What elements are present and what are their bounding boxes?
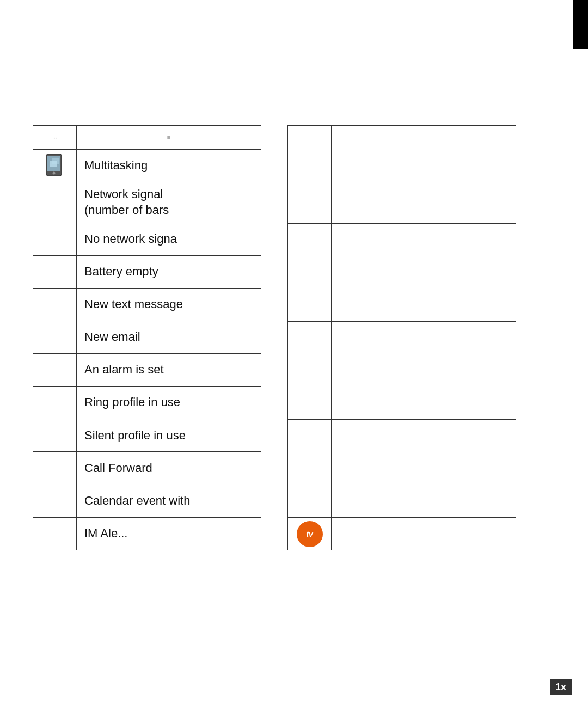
r3-label-cell xyxy=(332,191,516,224)
table-row: Ring profile in use xyxy=(33,387,261,419)
r4-label-cell xyxy=(332,224,516,256)
ring-profile-icon-cell xyxy=(33,387,77,419)
left-icon-table: ··· ≡ Multitasking xyxy=(33,125,261,550)
svg-rect-4 xyxy=(50,161,57,167)
page-number: 1x xyxy=(550,679,572,695)
calendar-event-label: Calendar event with xyxy=(77,485,261,517)
device-icon xyxy=(43,153,67,177)
table-row xyxy=(288,387,516,420)
multitasking-label: Multitasking xyxy=(77,150,261,182)
r8-icon-cell xyxy=(288,354,332,387)
r2-icon-cell xyxy=(288,158,332,191)
ring-profile-label: Ring profile in use xyxy=(77,387,261,419)
svg-point-2 xyxy=(52,171,55,174)
silent-profile-label: Silent profile in use xyxy=(77,419,261,452)
table-row xyxy=(288,256,516,289)
table-row: Multitasking xyxy=(33,150,261,182)
new-text-message-icon-cell xyxy=(33,288,77,321)
table-row: Battery empty xyxy=(33,255,261,288)
im-alert-label: IM Ale... xyxy=(77,517,261,550)
network-signal-icon-cell xyxy=(33,182,77,223)
r10-label-cell xyxy=(332,420,516,452)
table-row xyxy=(288,420,516,452)
im-alert-icon-cell xyxy=(33,517,77,550)
table-row: Network signal(number of bars xyxy=(33,182,261,223)
r5-icon-cell xyxy=(288,256,332,289)
r9-label-cell xyxy=(332,387,516,420)
tv-label-cell xyxy=(332,518,516,550)
call-forward-icon-cell xyxy=(33,452,77,485)
r10-icon-cell xyxy=(288,420,332,452)
table-row xyxy=(288,224,516,256)
left-header-icon-label: ··· xyxy=(52,134,57,141)
no-network-label: No network signa xyxy=(77,223,261,255)
left-header-label-cell: ≡ xyxy=(77,126,261,150)
table-row: New text message xyxy=(33,288,261,321)
r12-icon-cell xyxy=(288,485,332,518)
table-row xyxy=(288,289,516,322)
r5-label-cell xyxy=(332,256,516,289)
no-network-icon-cell xyxy=(33,223,77,255)
table-row xyxy=(288,354,516,387)
tv-icon-cell: tv xyxy=(288,518,332,550)
tables-container: ··· ≡ Multitasking xyxy=(33,125,516,550)
r11-label-cell xyxy=(332,452,516,485)
left-table-header-row: ··· ≡ xyxy=(33,126,261,150)
silent-profile-icon-cell xyxy=(33,419,77,452)
multitasking-icon-cell xyxy=(33,150,77,182)
left-header-icon-cell: ··· xyxy=(33,126,77,150)
table-row xyxy=(288,485,516,518)
battery-empty-icon-cell xyxy=(33,255,77,288)
r11-icon-cell xyxy=(288,452,332,485)
alarm-set-icon-cell xyxy=(33,354,77,387)
r7-icon-cell xyxy=(288,322,332,354)
r1-icon-cell xyxy=(288,126,332,158)
r3-icon-cell xyxy=(288,191,332,224)
tv-icon: tv xyxy=(297,521,323,547)
table-row: Silent profile in use xyxy=(33,419,261,452)
table-row: No network signa xyxy=(33,223,261,255)
r1-label-cell xyxy=(332,126,516,158)
network-signal-label: Network signal(number of bars xyxy=(77,182,261,223)
corner-tab xyxy=(573,0,588,49)
table-row xyxy=(288,452,516,485)
table-row: New email xyxy=(33,321,261,353)
battery-empty-label: Battery empty xyxy=(77,255,261,288)
table-row xyxy=(288,158,516,191)
r4-icon-cell xyxy=(288,224,332,256)
r12-label-cell xyxy=(332,485,516,518)
table-row: Call Forward xyxy=(33,452,261,485)
table-row xyxy=(288,126,516,158)
table-row: IM Ale... xyxy=(33,517,261,550)
r2-label-cell xyxy=(332,158,516,191)
left-header-label: ≡ xyxy=(167,134,170,140)
table-row xyxy=(288,191,516,224)
r6-label-cell xyxy=(332,289,516,322)
r7-label-cell xyxy=(332,322,516,354)
right-icon-table: tv xyxy=(287,125,516,550)
table-row xyxy=(288,322,516,354)
new-email-label: New email xyxy=(77,321,261,353)
table-row: An alarm is set xyxy=(33,354,261,387)
r6-icon-cell xyxy=(288,289,332,322)
new-email-icon-cell xyxy=(33,321,77,353)
call-forward-label: Call Forward xyxy=(77,452,261,485)
table-row: Calendar event with xyxy=(33,485,261,517)
alarm-set-label: An alarm is set xyxy=(77,354,261,387)
new-text-message-label: New text message xyxy=(77,288,261,321)
r8-label-cell xyxy=(332,354,516,387)
calendar-event-icon-cell xyxy=(33,485,77,517)
table-row: tv xyxy=(288,518,516,550)
r9-icon-cell xyxy=(288,387,332,420)
